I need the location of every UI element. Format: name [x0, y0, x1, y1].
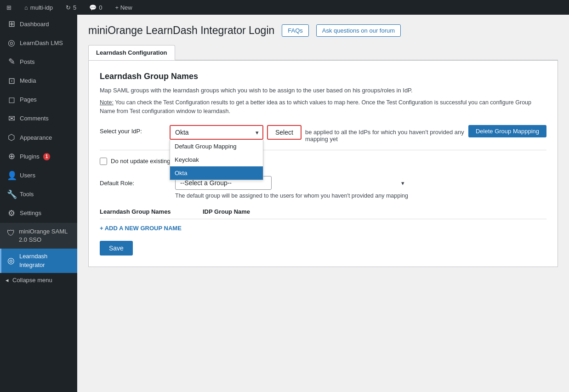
settings-icon: ⚙	[7, 208, 16, 219]
sidebar-item-tools[interactable]: 🔧 Tools	[0, 185, 77, 204]
wp-icon: ⊞	[6, 4, 11, 11]
dropdown-option-okta[interactable]: Okta	[170, 166, 263, 180]
home-icon: ⌂	[24, 4, 28, 11]
save-button[interactable]: Save	[100, 241, 133, 256]
integrator-icon: ◎	[7, 255, 16, 267]
main-card: Learndash Group Names Map SAML groups wi…	[88, 60, 558, 267]
appearance-icon: ⬡	[7, 132, 16, 143]
page-title: miniOrange LearnDash Integrator Login	[88, 24, 274, 38]
new-content-link[interactable]: + New	[112, 0, 135, 15]
collapse-icon: ◂	[6, 277, 9, 284]
refresh-icon: ↻	[66, 4, 71, 11]
sidebar-item-comments[interactable]: ✉ Comments	[0, 109, 77, 128]
note-text: Note: You can check the Test Configurati…	[100, 98, 546, 116]
site-name[interactable]: ⌂ multi-idp	[22, 0, 56, 15]
dashboard-icon: ⊞	[7, 18, 16, 30]
idp-dropdown[interactable]: Default Group Mapping Keycloak Okta	[171, 126, 262, 139]
sidebar-item-settings[interactable]: ⚙ Settings	[0, 204, 77, 223]
sidebar-item-users[interactable]: 👤 Users	[0, 166, 77, 185]
sidebar-item-learndash-lms[interactable]: ◎ LearnDash LMS	[0, 34, 77, 52]
no-update-checkbox[interactable]	[100, 158, 107, 165]
note-prefix: Note:	[100, 99, 114, 106]
sidebar: ⊞ Dashboard ◎ LearnDash LMS ✎ Posts ⊡ Me…	[0, 15, 77, 392]
section-title: Learndash Group Names	[100, 72, 546, 81]
posts-icon: ✎	[7, 56, 16, 68]
delete-group-mapping-button[interactable]: Delete Group Mappping	[468, 125, 546, 137]
default-role-label: Default Role:	[100, 176, 164, 187]
idp-selector-row: Select your IdP: Default Group Mapping K…	[100, 125, 546, 142]
col-idp-group-name: IDP Group Name	[203, 208, 295, 215]
forum-button[interactable]: Ask questions on our forum	[316, 24, 401, 37]
checkbox-row: Do not update existing user's groups.	[100, 158, 546, 165]
main-layout: ⊞ Dashboard ◎ LearnDash LMS ✎ Posts ⊡ Me…	[0, 15, 569, 392]
updates-link[interactable]: ↻ 5	[63, 0, 79, 15]
idp-label: Select your IdP:	[100, 125, 164, 135]
sidebar-item-pages[interactable]: ◻ Pages	[0, 91, 77, 109]
comments-icon: ✉	[7, 113, 16, 125]
default-role-row: Default Role: --Select a Group-- ▾ The d…	[100, 176, 546, 199]
sidebar-item-plugins[interactable]: ⊕ Plugins 1	[0, 147, 77, 166]
select-button[interactable]: Select	[267, 125, 302, 140]
mapping-hint: be applied to all the IdPs for which you…	[305, 125, 465, 142]
faqs-button[interactable]: FAQs	[282, 24, 309, 37]
idp-dropdown-popup: Default Group Mapping Keycloak Okta	[170, 140, 263, 180]
dropdown-option-default[interactable]: Default Group Mapping	[170, 140, 263, 153]
sidebar-item-dashboard[interactable]: ⊞ Dashboard	[0, 15, 77, 34]
idp-controls: Default Group Mapping Keycloak Okta ▾ De…	[170, 125, 546, 142]
sidebar-item-learndash-integrator[interactable]: ◎ Learndash Integrator	[0, 249, 77, 273]
sidebar-item-media[interactable]: ⊡ Media	[0, 72, 77, 91]
col-learndash-group-names: Learndash Group Names	[100, 208, 192, 215]
add-group-link[interactable]: + ADD A NEW GROUP NAME	[100, 225, 182, 232]
content-area: miniOrange LearnDash Integrator Login FA…	[77, 15, 569, 392]
shield-icon: 🛡	[7, 227, 15, 239]
wp-logo[interactable]: ⊞	[4, 0, 14, 15]
note-body: You can check the Test Configuration res…	[100, 99, 531, 114]
dropdown-option-keycloak[interactable]: Keycloak	[170, 153, 263, 166]
plugins-icon: ⊕	[7, 151, 16, 162]
pages-icon: ◻	[7, 94, 16, 106]
plugins-badge: 1	[43, 153, 51, 160]
collapse-menu-button[interactable]: ◂ Collapse menu	[0, 273, 77, 287]
tabs-bar: Learndash Configuration	[88, 45, 558, 60]
comment-icon: 💬	[89, 4, 97, 11]
comments-link[interactable]: 💬 0	[86, 0, 105, 15]
section-description: Map SAML groups with the learndash group…	[100, 86, 546, 95]
role-dropdown-arrow-icon: ▾	[401, 179, 404, 186]
users-icon: 👤	[7, 170, 16, 182]
sidebar-item-posts[interactable]: ✎ Posts	[0, 52, 77, 71]
tools-icon: 🔧	[7, 189, 16, 200]
learndash-icon: ◎	[7, 37, 16, 49]
role-hint: The default group will be assigned to th…	[175, 193, 408, 199]
section-separator	[100, 150, 546, 150]
sidebar-item-appearance[interactable]: ⬡ Appearance	[0, 128, 77, 147]
sidebar-item-miniorange-saml[interactable]: 🛡 miniOrange SAML 2.0 SSO	[0, 223, 77, 249]
media-icon: ⊡	[7, 75, 16, 87]
page-header: miniOrange LearnDash Integrator Login FA…	[88, 24, 558, 38]
group-table-headers: Learndash Group Names IDP Group Name	[100, 208, 546, 219]
tab-learndash-configuration[interactable]: Learndash Configuration	[88, 45, 175, 60]
idp-dropdown-group: Default Group Mapping Keycloak Okta ▾ De…	[170, 125, 263, 140]
admin-bar: ⊞ ⌂ multi-idp ↻ 5 💬 0 + New	[0, 0, 569, 15]
idp-dropdown-container: Default Group Mapping Keycloak Okta ▾	[170, 125, 263, 140]
